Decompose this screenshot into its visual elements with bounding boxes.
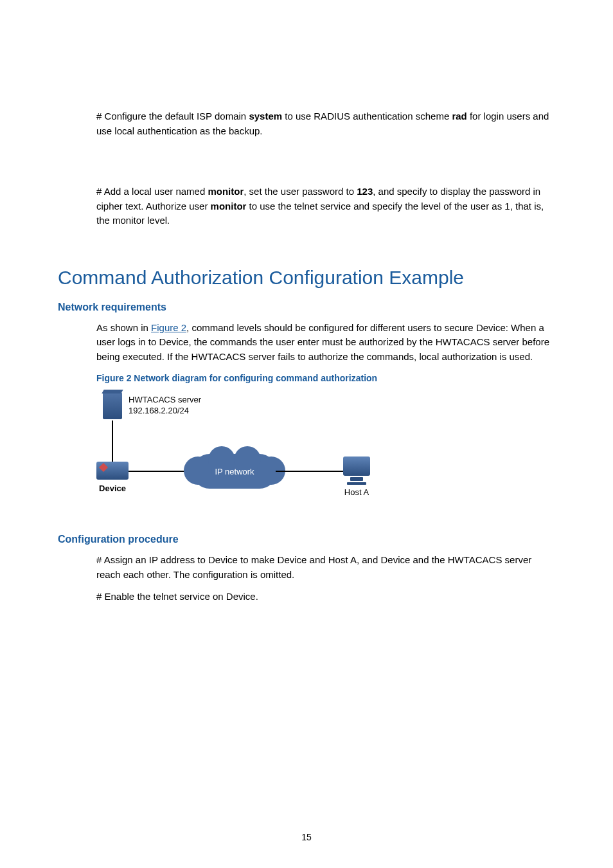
device-node: Device xyxy=(96,462,129,493)
server-name: HWTACACS server xyxy=(129,395,201,404)
server-address: 192.168.2.20/24 xyxy=(129,406,189,415)
device-icon xyxy=(96,462,129,480)
text: , set the user password to xyxy=(244,186,357,197)
link-line-right xyxy=(276,471,343,472)
text: to use RADIUS authentication scheme xyxy=(282,111,452,122)
bold-monitor-1: monitor xyxy=(208,186,244,197)
text: # Add a local user named xyxy=(96,186,208,197)
monitor-icon xyxy=(343,457,370,476)
bold-monitor-2: monitor xyxy=(211,201,247,212)
paragraph-local-user: # Add a local user named monitor, set th… xyxy=(96,185,555,228)
bold-system: system xyxy=(249,111,282,122)
heading-command-authorization: Command Authorization Configuration Exam… xyxy=(58,267,555,289)
heading-network-requirements: Network requirements xyxy=(58,302,555,313)
server-icon xyxy=(103,392,122,419)
server-label: HWTACACS server 192.168.2.20/24 xyxy=(129,395,201,417)
paragraph-as-shown: As shown in Figure 2, command levels sho… xyxy=(96,321,555,365)
paragraph-enable-telnet: # Enable the telnet service on Device. xyxy=(96,590,555,604)
gap xyxy=(58,146,555,185)
text: # Configure the default ISP domain xyxy=(96,111,249,122)
paragraph-assign-ip: # Assign an IP address to Device to make… xyxy=(96,553,555,582)
link-line-vertical xyxy=(112,420,113,463)
bold-123: 123 xyxy=(357,186,373,197)
device-label: Device xyxy=(96,484,129,493)
figure-caption-2: Figure 2 Network diagram for configuring… xyxy=(96,373,555,383)
paragraph-isp-domain: # Configure the default ISP domain syste… xyxy=(96,109,555,138)
host-label: Host A xyxy=(343,487,370,497)
monitor-base xyxy=(347,482,366,485)
hwtacacs-server: HWTACACS server 192.168.2.20/24 xyxy=(103,392,201,419)
monitor-stand xyxy=(350,477,363,481)
network-diagram: HWTACACS server 192.168.2.20/24 Device I… xyxy=(96,392,379,508)
heading-configuration-procedure: Configuration procedure xyxy=(58,534,555,545)
text: As shown in xyxy=(96,322,151,333)
cloud-label: IP network xyxy=(215,467,254,476)
ip-network-cloud: IP network xyxy=(193,454,276,489)
bold-rad: rad xyxy=(452,111,466,122)
link-figure-2[interactable]: Figure 2 xyxy=(151,322,186,333)
top-gap xyxy=(58,58,555,109)
host-a: Host A xyxy=(343,457,370,497)
page-number: 15 xyxy=(0,832,613,842)
